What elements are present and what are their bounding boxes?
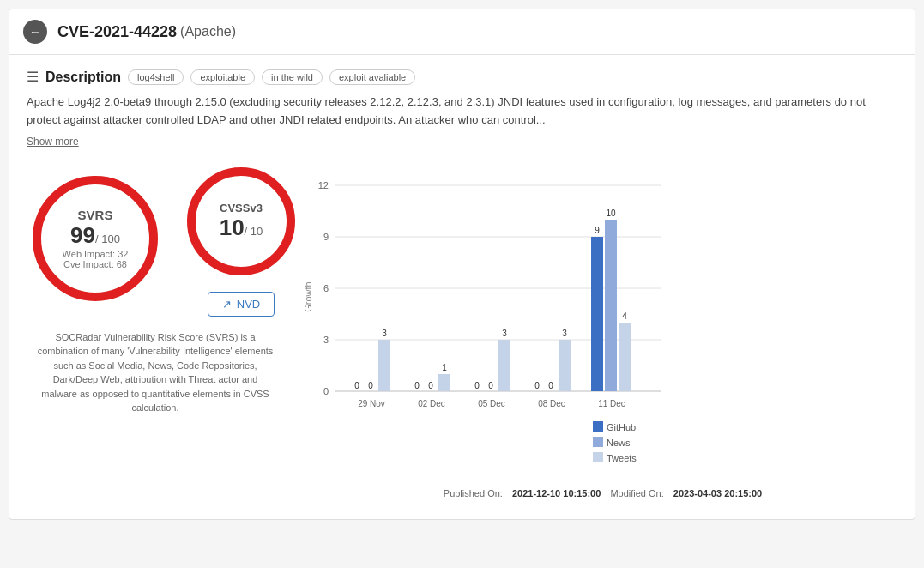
content-area: ☰ Description log4shell exploitable in t… xyxy=(9,55,915,519)
show-more-link[interactable]: Show more xyxy=(27,136,79,148)
svg-rect-41 xyxy=(559,340,571,391)
cvss-label: CVSSv3 xyxy=(220,202,263,215)
svg-rect-55 xyxy=(593,452,603,462)
svg-text:Tweets: Tweets xyxy=(607,453,637,463)
svg-text:3: 3 xyxy=(323,335,329,345)
cvss-value: 10 xyxy=(220,215,245,240)
cvss-inner: CVSSv3 10/ 10 xyxy=(220,202,263,241)
main-container: ← CVE-2021-44228 (Apache) ☰ Description … xyxy=(9,9,915,520)
description-header: ☰ Description log4shell exploitable in t… xyxy=(27,69,897,85)
svg-text:3: 3 xyxy=(562,329,567,338)
description-text: Apache Log4j2 2.0-beta9 through 2.15.0 (… xyxy=(27,94,897,130)
published-value: 2021-12-10 10:15:00 xyxy=(512,488,601,499)
svg-text:0: 0 xyxy=(368,381,373,390)
svg-text:1: 1 xyxy=(442,363,447,372)
svg-text:0: 0 xyxy=(323,386,329,396)
svg-text:9: 9 xyxy=(323,232,329,242)
tag-exploitable[interactable]: exploitable xyxy=(190,69,255,85)
header: ← CVE-2021-44228 (Apache) xyxy=(9,9,915,55)
svg-text:0: 0 xyxy=(414,381,420,390)
svg-rect-44 xyxy=(591,237,603,391)
svg-rect-48 xyxy=(619,323,631,391)
svg-text:3: 3 xyxy=(502,329,507,338)
svg-text:0: 0 xyxy=(354,381,359,390)
tag-log4shell[interactable]: log4shell xyxy=(128,69,184,85)
svg-text:3: 3 xyxy=(382,329,387,338)
chart-footer: Published On: 2021-12-10 10:15:00 Modifi… xyxy=(301,488,897,499)
svg-rect-27 xyxy=(438,374,450,391)
svg-text:11 Dec: 11 Dec xyxy=(598,399,625,408)
svrs-inner: SVRS 99/ 100 Web Impact: 32 Cve Impact: … xyxy=(63,208,129,269)
published-label: Published On: xyxy=(444,488,503,499)
svg-text:0: 0 xyxy=(534,381,540,390)
svg-text:Growth: Growth xyxy=(303,281,313,311)
tag-exploit-avaliable[interactable]: exploit avaliable xyxy=(329,69,415,85)
svg-text:08 Dec: 08 Dec xyxy=(538,399,565,408)
svg-text:10: 10 xyxy=(606,208,616,218)
description-title: Description xyxy=(45,69,121,85)
modified-label: Modified On: xyxy=(610,488,663,499)
description-icon: ☰ xyxy=(27,69,39,85)
svrs-value-group: 99/ 100 xyxy=(63,222,129,249)
svg-rect-53 xyxy=(593,437,603,447)
bar-chart: 12 9 6 3 0 Growth 0 xyxy=(301,168,670,477)
svg-text:02 Dec: 02 Dec xyxy=(418,399,445,408)
cvss-value-group: 10/ 10 xyxy=(220,215,263,241)
chart-container: 12 9 6 3 0 Growth 0 xyxy=(301,168,897,499)
chart-panel: 12 9 6 3 0 Growth 0 xyxy=(301,161,897,505)
svg-rect-34 xyxy=(498,340,510,391)
svrs-denom: / 100 xyxy=(95,233,120,245)
svg-text:0: 0 xyxy=(428,381,433,390)
svg-text:29 Nov: 29 Nov xyxy=(358,399,385,408)
tag-in-the-wild[interactable]: in the wild xyxy=(262,69,323,85)
external-link-icon: ↗ xyxy=(222,298,232,311)
scores-row: SVRS 99/ 100 Web Impact: 32 Cve Impact: … xyxy=(27,161,284,317)
svrs-web-impact: Web Impact: 32 xyxy=(63,249,129,259)
cvss-denom: / 10 xyxy=(245,225,263,238)
svg-text:4: 4 xyxy=(622,311,627,321)
svrs-description: SOCRadar Vulnerability Risk Score (SVRS)… xyxy=(27,330,284,415)
svg-text:9: 9 xyxy=(595,226,600,235)
back-arrow-icon: ← xyxy=(29,26,41,38)
nvd-button-label: NVD xyxy=(237,298,260,311)
svg-text:GitHub: GitHub xyxy=(607,422,636,432)
svrs-cve-impact: Cve Impact: 68 xyxy=(63,259,129,269)
left-panel: SVRS 99/ 100 Web Impact: 32 Cve Impact: … xyxy=(27,161,284,505)
svg-text:0: 0 xyxy=(548,381,553,390)
svg-text:05 Dec: 05 Dec xyxy=(478,399,505,408)
svg-rect-46 xyxy=(605,220,617,391)
cve-id: CVE-2021-44228 xyxy=(57,23,177,41)
svg-text:6: 6 xyxy=(323,283,329,293)
nvd-button[interactable]: ↗ NVD xyxy=(208,292,275,317)
cve-source: (Apache) xyxy=(180,24,236,39)
svg-text:0: 0 xyxy=(474,381,480,390)
svg-text:News: News xyxy=(607,438,631,448)
cvss-score-wrap: CVSSv3 10/ 10 ↗ NVD xyxy=(181,161,301,317)
svg-text:0: 0 xyxy=(488,381,493,390)
svg-rect-51 xyxy=(593,421,603,432)
svrs-score-wrap: SVRS 99/ 100 Web Impact: 32 Cve Impact: … xyxy=(27,170,164,307)
svg-text:12: 12 xyxy=(318,180,329,190)
main-content: SVRS 99/ 100 Web Impact: 32 Cve Impact: … xyxy=(27,161,897,505)
svrs-circle: SVRS 99/ 100 Web Impact: 32 Cve Impact: … xyxy=(27,170,164,307)
back-button[interactable]: ← xyxy=(23,20,47,44)
svg-rect-20 xyxy=(378,340,390,391)
cvss-circle: CVSSv3 10/ 10 xyxy=(181,161,301,281)
svrs-value: 99 xyxy=(70,222,95,248)
modified-value: 2023-04-03 20:15:00 xyxy=(673,488,762,499)
svrs-label: SVRS xyxy=(63,208,129,222)
